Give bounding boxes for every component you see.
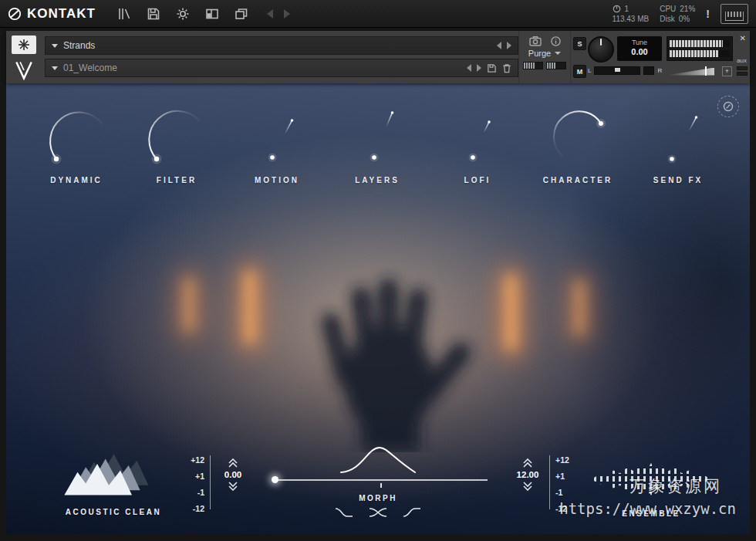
instances-count: 1	[625, 5, 629, 13]
solo-button[interactable]: S	[573, 37, 586, 50]
macro-label: CHARACTER	[543, 176, 613, 184]
purge-caret-icon	[555, 52, 561, 55]
instrument-collapse-caret[interactable]	[52, 44, 58, 48]
macro-label: SEND FX	[653, 176, 703, 184]
glow-bar	[245, 270, 255, 344]
instrument-name[interactable]: Strands	[63, 40, 95, 51]
snapshot-row: 01_Welcome	[45, 59, 518, 77]
morph-curve	[339, 443, 417, 474]
motion-knob[interactable]: MOTION	[227, 100, 327, 184]
brand-text: KONTAKT	[27, 6, 96, 22]
volume-handle[interactable]	[705, 66, 707, 76]
save-snapshot-icon[interactable]	[487, 63, 497, 73]
disk-label: Disk	[660, 15, 674, 23]
save-icon[interactable]	[145, 5, 162, 22]
kontakt-app: KONTAKT	[0, 0, 756, 541]
macro-label: LOFI	[464, 176, 491, 184]
macro-label: DYNAMIC	[50, 176, 103, 184]
purge-label: Purge	[528, 49, 551, 58]
morph-curve-a-icon[interactable]	[335, 507, 353, 518]
right-stepper-down-icon[interactable]	[522, 482, 533, 491]
acoustic-layer-icon[interactable]	[62, 452, 154, 500]
keyboard-toggle-button[interactable]	[721, 4, 748, 24]
header-main: Strands 01_Welcome	[42, 31, 518, 83]
volume-slider[interactable]	[667, 68, 714, 76]
delete-snapshot-icon[interactable]	[502, 63, 511, 73]
gear-icon[interactable]	[174, 5, 191, 22]
aux-sends	[737, 66, 748, 76]
instrument-header: Strands 01_Welcome	[6, 31, 750, 83]
instances-icon	[613, 5, 621, 13]
glow-bar	[184, 278, 194, 332]
morph-curve-b-icon[interactable]	[403, 507, 421, 518]
level-meters	[667, 36, 733, 61]
layers-knob[interactable]: LAYERS	[327, 100, 427, 184]
header-left	[6, 31, 42, 83]
next-instrument-icon[interactable]	[507, 42, 511, 49]
cascade-windows-icon[interactable]	[233, 5, 250, 22]
pan-value-box	[643, 66, 654, 75]
tune-knob[interactable]	[588, 36, 614, 63]
alert-indicator[interactable]: !	[706, 8, 710, 20]
memory-value: 113.43 MB	[613, 15, 650, 23]
macro-label: FILTER	[157, 176, 197, 184]
dynamic-knob[interactable]: DYNAMIC	[26, 100, 127, 184]
left-stepper-up-icon[interactable]	[228, 458, 238, 468]
library-badge-icon	[18, 39, 30, 51]
left-pitch-steps[interactable]: +12 +1 -1 -12	[184, 452, 204, 517]
pan-right-label: R	[657, 67, 662, 74]
pan-control: L R	[588, 66, 662, 75]
morph-slider-handle[interactable]	[272, 476, 278, 483]
hand-silhouette	[290, 213, 498, 452]
right-stepper-up-icon[interactable]	[522, 458, 533, 468]
close-instrument-icon[interactable]: ✕	[740, 34, 746, 42]
disk-value: 0%	[679, 15, 690, 23]
macro-label: LAYERS	[355, 176, 400, 184]
snapshot-collapse-caret[interactable]	[52, 66, 58, 70]
left-stepper-value[interactable]: 0.00	[224, 470, 241, 479]
left-tune-stepper: 0.00	[214, 458, 251, 491]
morph-label: MORPH	[339, 494, 417, 502]
lofi-knob[interactable]: LOFI	[427, 100, 528, 184]
watermark-url: https://www.wxzyw.cn	[559, 500, 736, 517]
macro-label: MOTION	[255, 176, 299, 184]
snapshot-name[interactable]: 01_Welcome	[63, 63, 117, 73]
prev-snapshot-icon[interactable]	[467, 64, 471, 72]
tune-display[interactable]: Tune 0.00	[617, 36, 662, 61]
right-stepper-value[interactable]: 12.00	[517, 470, 539, 479]
aux-label[interactable]: aux	[737, 57, 747, 64]
back-icon[interactable]	[267, 9, 273, 19]
snapshot-camera-icon[interactable]	[529, 36, 542, 46]
mute-button[interactable]: M	[573, 65, 586, 78]
divider	[210, 455, 211, 509]
character-knob[interactable]: CHARACTER	[528, 100, 628, 184]
morph-center-tick	[380, 483, 382, 488]
header-right: S M Tune 0.00 ✕ aux L R	[570, 31, 750, 83]
sendfx-knob[interactable]: SEND FX	[628, 100, 728, 184]
status-area: 1 113.43 MB CPU 21% Disk 0% !	[613, 4, 748, 24]
info-icon[interactable]	[551, 36, 561, 46]
library-badge[interactable]	[12, 36, 36, 54]
library-browser-icon[interactable]	[116, 5, 133, 22]
next-snapshot-icon[interactable]	[477, 64, 481, 72]
morph-crossfade-icon[interactable]	[369, 507, 387, 518]
prev-instrument-icon[interactable]	[497, 42, 501, 49]
toolbar-buttons	[116, 5, 250, 22]
pan-slider[interactable]	[594, 66, 640, 75]
output-mini-meters	[523, 62, 566, 69]
purge-menu[interactable]: Purge	[528, 49, 561, 58]
instrument-row: Strands	[45, 36, 518, 55]
glow-bar	[575, 280, 584, 336]
memory-status: 1 113.43 MB	[613, 5, 650, 23]
morph-slider[interactable]	[273, 479, 488, 481]
tune-label: Tune	[617, 39, 662, 46]
filter-knob[interactable]: FILTER	[127, 100, 227, 184]
left-stepper-down-icon[interactable]	[228, 482, 238, 491]
kontakt-logo-icon	[8, 7, 22, 21]
forward-icon[interactable]	[284, 9, 290, 19]
volume-plus-button[interactable]: +	[722, 66, 732, 76]
watermark-site-name: 万象资源网	[629, 475, 722, 497]
kontakt-logo: KONTAKT	[8, 6, 96, 22]
cpu-label: CPU	[660, 5, 676, 13]
output-mixer-icon[interactable]	[204, 5, 221, 22]
